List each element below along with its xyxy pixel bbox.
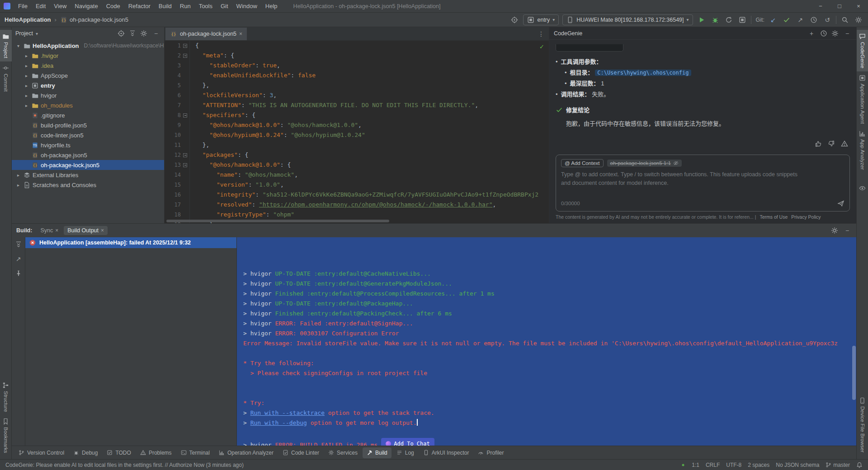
code-line[interactable]: }, bbox=[195, 140, 549, 150]
thumbs-up-icon[interactable] bbox=[815, 140, 822, 147]
settings-icon[interactable] bbox=[854, 15, 863, 25]
console-line[interactable] bbox=[243, 388, 856, 398]
restart-icon[interactable] bbox=[724, 15, 734, 25]
thumbs-down-icon[interactable] bbox=[828, 140, 835, 147]
report-icon[interactable] bbox=[841, 140, 848, 147]
code-line[interactable]: "resolved": "https://ohpm.openharmony.cn… bbox=[195, 200, 549, 210]
debug-button[interactable] bbox=[710, 15, 720, 25]
fold-marker-icon[interactable] bbox=[182, 153, 188, 157]
close-button[interactable]: × bbox=[849, 0, 868, 12]
code-line[interactable]: "stableOrder": true, bbox=[195, 61, 549, 70]
codegenie-settings-icon[interactable] bbox=[831, 30, 839, 37]
add-context-button[interactable]: @ Add Context bbox=[561, 159, 604, 167]
tree-item-hvigor[interactable]: ▸hvigor bbox=[12, 90, 164, 100]
tree-item-entry[interactable]: ▸entry bbox=[12, 80, 164, 90]
console-line[interactable]: > hvigor UP-TO-DATE :entry:default@Gener… bbox=[243, 279, 856, 289]
tree-item-build-profile-json5[interactable]: {}build-profile.json5 bbox=[12, 120, 164, 130]
history-icon[interactable] bbox=[809, 15, 819, 25]
breadcrumb-file[interactable]: {} oh-package-lock.json5 bbox=[60, 16, 128, 24]
tool-stripe-application-agent[interactable]: Application Agent bbox=[857, 71, 868, 127]
minimize-button[interactable]: − bbox=[811, 0, 830, 12]
toolwindow-button-debug[interactable]: Debug bbox=[69, 447, 102, 458]
console-line[interactable]: > hvigor ERROR: 00303107 Configuration E… bbox=[243, 329, 856, 338]
vertical-scrollbar[interactable] bbox=[852, 346, 856, 400]
hide-codegenie-icon[interactable]: − bbox=[843, 29, 852, 38]
rollback-icon[interactable]: ↺ bbox=[822, 15, 832, 25]
locate-file-icon[interactable] bbox=[118, 30, 125, 37]
horizontal-scrollbar[interactable] bbox=[166, 220, 389, 222]
toolwindow-button-problems[interactable]: Problems bbox=[136, 447, 176, 458]
eye-off-icon[interactable] bbox=[673, 160, 679, 166]
hide-panel-icon[interactable]: − bbox=[151, 29, 160, 38]
menu-view[interactable]: View bbox=[50, 0, 71, 12]
add-to-chat-button[interactable]: Add To Chat bbox=[381, 438, 434, 446]
run-config-select[interactable]: entry ▾ bbox=[523, 14, 559, 25]
console-line[interactable]: > hvigor ERROR: BUILD FAILED in 286 ms A… bbox=[243, 438, 856, 446]
device-select[interactable]: HUAWEI Mate 80[192.168.178.172:36549] ▾ bbox=[562, 14, 693, 25]
console-link[interactable]: Run with --debug bbox=[250, 419, 307, 426]
menu-file[interactable]: File bbox=[14, 0, 32, 12]
chat-input-box[interactable]: @ Add Context oh-package-lock.json5 1:1 … bbox=[556, 155, 850, 212]
menu-navigate[interactable]: Navigate bbox=[71, 0, 102, 12]
build-settings-icon[interactable] bbox=[831, 227, 838, 234]
chevron-right-icon[interactable]: ▸ bbox=[24, 103, 29, 108]
code-line[interactable]: "@ohos/hamock@1.0.0": { bbox=[195, 160, 549, 170]
menu-window[interactable]: Window bbox=[232, 0, 261, 12]
tool-stripe-commit[interactable]: Commit bbox=[0, 61, 12, 95]
fold-marker-icon[interactable] bbox=[182, 113, 188, 118]
toolwindow-button-todo[interactable]: TODO bbox=[103, 447, 135, 458]
inspections-ok-icon[interactable]: ✓ bbox=[539, 43, 544, 50]
chevron-right-icon[interactable]: ▸ bbox=[15, 183, 21, 188]
menu-build[interactable]: Build bbox=[155, 0, 176, 12]
code-line[interactable]: { bbox=[195, 41, 549, 51]
tool-stripe-project[interactable]: Project bbox=[0, 30, 12, 61]
chevron-right-icon[interactable]: ▸ bbox=[24, 63, 29, 68]
console-line[interactable]: Error Message: Invalid storeFile value. … bbox=[243, 338, 856, 348]
tool-stripe-app-analyzer[interactable]: App Analyzer bbox=[857, 127, 868, 173]
menu-code[interactable]: Code bbox=[102, 0, 124, 12]
tree-item-hvigorfile-ts[interactable]: TShvigorfile.ts bbox=[12, 140, 164, 150]
code-line[interactable]: "enableUnifiedLockfile": false bbox=[195, 70, 549, 80]
tab-sync[interactable]: Sync× bbox=[37, 226, 62, 235]
menu-refactor[interactable]: Refactor bbox=[124, 0, 155, 12]
close-icon[interactable]: × bbox=[101, 227, 104, 234]
collapse-all-icon[interactable] bbox=[129, 30, 136, 37]
chat-history-icon[interactable] bbox=[820, 30, 827, 37]
toolwindow-button-operation-analyzer[interactable]: Operation Analyzer bbox=[215, 447, 278, 458]
tree-item-oh-modules[interactable]: ▸oh_modules bbox=[12, 100, 164, 110]
console-line[interactable]: > Run with --stacktrace option to get th… bbox=[243, 408, 856, 418]
target-icon[interactable] bbox=[509, 15, 519, 25]
tree-item-gitignore[interactable]: .gitignore bbox=[12, 110, 164, 120]
status-1-1[interactable]: 1:1 bbox=[692, 462, 699, 468]
pin-icon[interactable] bbox=[15, 270, 22, 277]
console-line[interactable]: > hvigor Finished :entry:default@Process… bbox=[243, 289, 856, 299]
maximize-button[interactable]: □ bbox=[830, 0, 849, 12]
tree-item-external-libraries[interactable]: ▸External Libraries bbox=[12, 170, 164, 180]
code-line[interactable]: }, bbox=[195, 80, 549, 90]
code-line[interactable]: "meta": { bbox=[195, 51, 549, 61]
console-line[interactable]: > hvigor ERROR: Failed :entry:default@Si… bbox=[243, 319, 856, 329]
more-icon[interactable]: ⋮ bbox=[533, 30, 549, 38]
tree-item-appscope[interactable]: ▸AppScope bbox=[12, 70, 164, 80]
toolwindow-button-terminal[interactable]: Terminal bbox=[177, 447, 214, 458]
status-utf-8[interactable]: UTF-8 bbox=[726, 462, 741, 468]
build-console[interactable]: > hvigor UP-TO-DATE :entry:default@Cache… bbox=[237, 237, 856, 446]
new-chat-icon[interactable]: + bbox=[807, 29, 816, 38]
collapse-all-icon[interactable] bbox=[15, 241, 22, 248]
console-line[interactable]: > Please check signingConfigs in root pr… bbox=[243, 368, 856, 378]
terms-link[interactable]: Terms of Use bbox=[760, 214, 788, 220]
close-icon[interactable]: × bbox=[239, 31, 242, 37]
toolwindow-button-build[interactable]: Build bbox=[363, 447, 392, 458]
console-line[interactable] bbox=[243, 428, 856, 438]
code-line[interactable]: "name": "@ohos/hamock", bbox=[195, 170, 549, 180]
tree-item-oh-package-lock-json5[interactable]: {}oh-package-lock.json5 bbox=[12, 160, 164, 170]
project-panel-title[interactable]: Project bbox=[15, 30, 33, 37]
search-icon[interactable] bbox=[840, 15, 850, 25]
tab-build-output[interactable]: Build Output× bbox=[64, 226, 108, 235]
export-icon[interactable]: ↗ bbox=[14, 254, 23, 263]
tool-stripe-codegenie[interactable]: CodeGenie bbox=[857, 30, 868, 71]
code-line[interactable]: "lockfileVersion": 3, bbox=[195, 90, 549, 100]
eye-icon[interactable] bbox=[859, 185, 866, 192]
code-line[interactable]: "registryType": "ohpm" bbox=[195, 210, 549, 220]
project-options-icon[interactable] bbox=[140, 30, 147, 37]
